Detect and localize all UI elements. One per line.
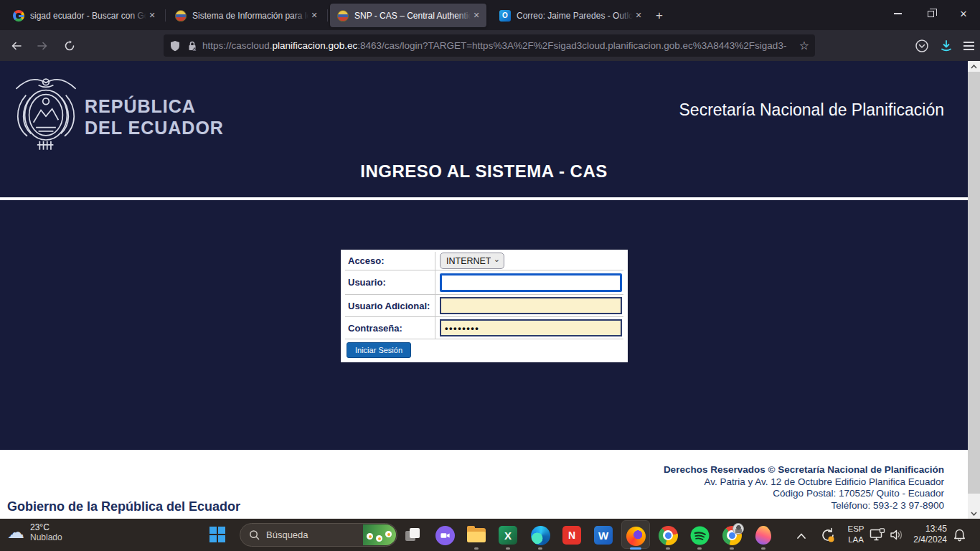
pdf-app-icon: N: [562, 526, 581, 545]
brand-text: REPÚBLICA DEL ECUADOR: [85, 95, 224, 138]
lock-warning-icon: [187, 40, 198, 52]
hidden-icons-button[interactable]: [796, 529, 806, 542]
notifications-button[interactable]: [953, 528, 966, 545]
minimize-icon: [894, 13, 902, 14]
restore-button[interactable]: [914, 0, 947, 27]
scroll-down-arrow-icon[interactable]: [968, 508, 980, 519]
tab-close-icon[interactable]: ✕: [146, 10, 158, 22]
acceso-select[interactable]: INTERNET: [440, 253, 504, 269]
excel-icon: X: [499, 526, 517, 545]
taskbar-icon-chrome-profile[interactable]: [717, 525, 746, 545]
running-indicator: [697, 547, 702, 550]
search-highlight-image: [363, 524, 396, 545]
taskbar-icon-word[interactable]: W: [589, 525, 618, 545]
page-content: REPÚBLICA DEL ECUADOR Secretaría Naciona…: [0, 61, 968, 519]
start-button[interactable]: [209, 527, 225, 542]
usuario-adicional-label: Usuario Adicional:: [345, 295, 435, 316]
language-bottom: LAA: [844, 534, 868, 545]
taskbar-icon-paint-drop[interactable]: [749, 525, 778, 545]
outlook-favicon-icon: O: [499, 10, 511, 22]
taskbar-icon-excel[interactable]: X: [494, 525, 522, 545]
taskbar-icon-pdf-app[interactable]: N: [557, 525, 586, 545]
login-card: Acceso: INTERNET ⌄ Usuario:: [341, 250, 628, 362]
taskbar-icon-spotify[interactable]: [685, 525, 714, 545]
search-icon: [249, 529, 260, 540]
tab-close-icon[interactable]: ✕: [633, 10, 644, 22]
back-button[interactable]: [6, 35, 27, 57]
clock-date: 2/4/2024: [903, 534, 947, 545]
video-camera-icon: [435, 526, 455, 545]
second-screen-tray-icon[interactable]: [870, 528, 885, 545]
window-controls: ✕: [881, 0, 980, 29]
weather-widget[interactable]: ☁ 23°C Nublado: [7, 522, 62, 542]
scroll-up-arrow-icon[interactable]: [968, 61, 980, 72]
task-view-icon: [405, 528, 420, 542]
site-header: REPÚBLICA DEL ECUADOR Secretaría Naciona…: [0, 61, 968, 199]
volume-tray-icon[interactable]: [890, 529, 904, 544]
taskbar-icon-chrome[interactable]: [654, 525, 682, 545]
google-favicon-icon: [13, 10, 24, 22]
paint-drop-icon: [755, 526, 771, 545]
scrollbar-thumb[interactable]: [968, 72, 980, 494]
clock-time: 13:45: [903, 524, 947, 534]
usuario-adicional-input[interactable]: [440, 297, 622, 314]
contrasena-row: Contraseña:: [345, 317, 623, 339]
new-tab-button[interactable]: +: [650, 6, 669, 25]
bookmark-star-icon[interactable]: ☆: [799, 39, 809, 52]
contrasena-input[interactable]: [440, 319, 622, 336]
close-button[interactable]: ✕: [947, 0, 980, 27]
update-pending-tray-icon[interactable]: [819, 527, 837, 547]
taskbar-icon-video-app[interactable]: [430, 525, 459, 545]
firefox-icon: [626, 527, 646, 546]
footer-phone: Teléfono: 593-2 3 97-8900: [664, 500, 944, 512]
taskbar-icon-file-explorer[interactable]: [462, 525, 491, 545]
footer-info: Derechos Reservados © Secretaría Naciona…: [664, 464, 944, 512]
language-indicator[interactable]: ESP LAA: [844, 524, 868, 545]
gobierno-text: Gobierno de la República del Ecuador: [7, 499, 240, 514]
tab-google-search[interactable]: sigad ecuador - Buscar con Goo ✕: [6, 4, 162, 27]
task-view-button[interactable]: [398, 525, 427, 545]
minimize-button[interactable]: [881, 0, 914, 27]
toolbar-right-icons: [915, 35, 974, 57]
site-body: Acceso: INTERNET ⌄ Usuario:: [0, 200, 968, 450]
weather-condition: Nublado: [30, 532, 62, 542]
reload-icon: [64, 40, 75, 52]
chrome-icon: [659, 526, 678, 545]
usuario-label: Usuario:: [345, 270, 435, 294]
tab-title: SNP - CAS – Central Authentica: [354, 11, 471, 21]
button-row: Iniciar Sesión: [345, 339, 623, 359]
bell-icon: [953, 528, 966, 542]
page-scrollbar[interactable]: [968, 61, 980, 519]
tab-snp-cas-active[interactable]: SNP - CAS – Central Authentica ✕: [330, 4, 486, 27]
iniciar-sesion-button[interactable]: Iniciar Sesión: [347, 342, 411, 358]
taskbar-clock[interactable]: 13:45 2/4/2024: [903, 524, 947, 545]
acceso-label: Acceso:: [345, 252, 435, 270]
edge-icon: [531, 526, 550, 545]
reload-button[interactable]: [59, 35, 80, 57]
forward-button[interactable]: [32, 35, 53, 57]
usuario-input[interactable]: [440, 273, 622, 292]
download-icon[interactable]: [939, 39, 953, 53]
tab-close-icon[interactable]: ✕: [308, 10, 320, 22]
spotify-icon: [690, 526, 710, 545]
speaker-icon: [890, 529, 904, 541]
windows-logo-icon: [209, 527, 217, 534]
pocket-icon[interactable]: [915, 39, 929, 53]
ecuador-coat-of-arms-icon: [9, 70, 83, 154]
taskbar-icon-firefox[interactable]: [621, 526, 650, 546]
tab-close-icon[interactable]: ✕: [471, 10, 482, 22]
search-placeholder: Búsqueda: [266, 529, 308, 540]
org-name: Secretaría Nacional de Planificación: [679, 100, 944, 120]
page-title: INGRESO AL SISTEMA - CAS: [0, 161, 968, 182]
chrome-icon: [722, 526, 742, 545]
tab-outlook[interactable]: O Correo: Jaime Paredes - Outlook ✕: [492, 4, 649, 27]
tab-separator: [165, 9, 166, 22]
footer-rights: Derechos Reservados © Secretaría Naciona…: [664, 464, 944, 476]
weather-temp: 23°C: [30, 522, 62, 532]
tab-sistema-informacion[interactable]: Sistema de Información para los ✕: [168, 4, 324, 27]
url-bar[interactable]: https://cascloud.planificacion.gob.ec:84…: [164, 34, 815, 57]
taskbar-search[interactable]: Búsqueda: [240, 523, 397, 547]
menu-icon[interactable]: [963, 42, 974, 50]
taskbar-icon-edge[interactable]: [526, 525, 555, 545]
url-text: https://cascloud.planificacion.gob.ec:84…: [202, 40, 796, 51]
